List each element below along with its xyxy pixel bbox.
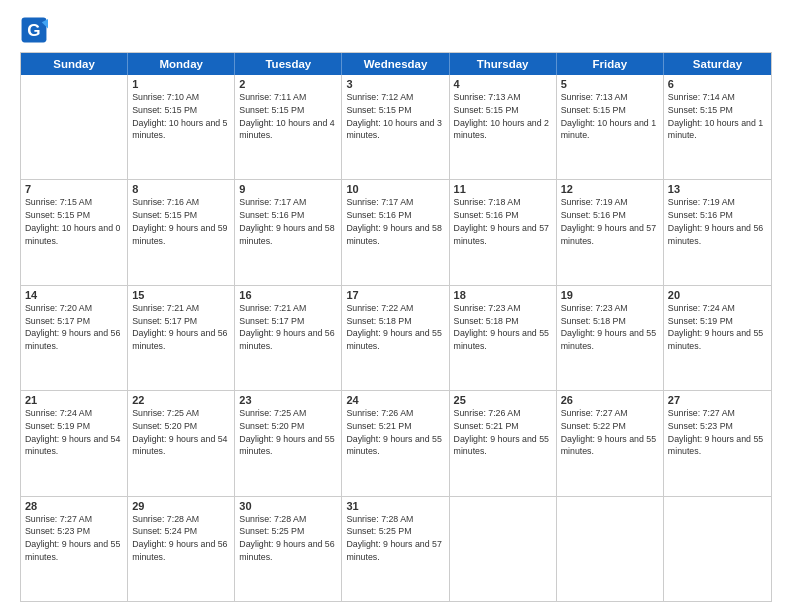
day-info: Sunrise: 7:14 AM Sunset: 5:15 PM Dayligh… [668,91,767,142]
day-number: 24 [346,394,444,406]
calendar-cell: 22Sunrise: 7:25 AM Sunset: 5:20 PM Dayli… [128,391,235,495]
calendar-cell: 28Sunrise: 7:27 AM Sunset: 5:23 PM Dayli… [21,497,128,601]
day-info: Sunrise: 7:25 AM Sunset: 5:20 PM Dayligh… [239,407,337,458]
header-cell-saturday: Saturday [664,53,771,75]
calendar-cell [21,75,128,179]
day-number: 22 [132,394,230,406]
calendar-cell: 15Sunrise: 7:21 AM Sunset: 5:17 PM Dayli… [128,286,235,390]
header-cell-tuesday: Tuesday [235,53,342,75]
day-number: 10 [346,183,444,195]
header-cell-wednesday: Wednesday [342,53,449,75]
day-info: Sunrise: 7:22 AM Sunset: 5:18 PM Dayligh… [346,302,444,353]
day-number: 1 [132,78,230,90]
day-number: 11 [454,183,552,195]
day-number: 28 [25,500,123,512]
header-cell-monday: Monday [128,53,235,75]
day-info: Sunrise: 7:19 AM Sunset: 5:16 PM Dayligh… [561,196,659,247]
calendar-cell: 18Sunrise: 7:23 AM Sunset: 5:18 PM Dayli… [450,286,557,390]
day-info: Sunrise: 7:24 AM Sunset: 5:19 PM Dayligh… [25,407,123,458]
day-number: 3 [346,78,444,90]
day-info: Sunrise: 7:25 AM Sunset: 5:20 PM Dayligh… [132,407,230,458]
page-header: G [20,16,772,44]
calendar-cell: 2Sunrise: 7:11 AM Sunset: 5:15 PM Daylig… [235,75,342,179]
calendar-cell: 23Sunrise: 7:25 AM Sunset: 5:20 PM Dayli… [235,391,342,495]
day-info: Sunrise: 7:28 AM Sunset: 5:25 PM Dayligh… [346,513,444,564]
calendar-row-3: 14Sunrise: 7:20 AM Sunset: 5:17 PM Dayli… [21,285,771,390]
day-info: Sunrise: 7:15 AM Sunset: 5:15 PM Dayligh… [25,196,123,247]
calendar-cell: 1Sunrise: 7:10 AM Sunset: 5:15 PM Daylig… [128,75,235,179]
day-info: Sunrise: 7:27 AM Sunset: 5:23 PM Dayligh… [668,407,767,458]
calendar-body: 1Sunrise: 7:10 AM Sunset: 5:15 PM Daylig… [21,75,771,601]
day-number: 6 [668,78,767,90]
calendar-cell: 9Sunrise: 7:17 AM Sunset: 5:16 PM Daylig… [235,180,342,284]
calendar-cell: 24Sunrise: 7:26 AM Sunset: 5:21 PM Dayli… [342,391,449,495]
day-info: Sunrise: 7:17 AM Sunset: 5:16 PM Dayligh… [346,196,444,247]
logo-icon: G [20,16,48,44]
day-number: 4 [454,78,552,90]
header-cell-friday: Friday [557,53,664,75]
day-info: Sunrise: 7:28 AM Sunset: 5:24 PM Dayligh… [132,513,230,564]
day-info: Sunrise: 7:16 AM Sunset: 5:15 PM Dayligh… [132,196,230,247]
day-info: Sunrise: 7:21 AM Sunset: 5:17 PM Dayligh… [132,302,230,353]
calendar-row-2: 7Sunrise: 7:15 AM Sunset: 5:15 PM Daylig… [21,179,771,284]
day-number: 29 [132,500,230,512]
calendar-row-1: 1Sunrise: 7:10 AM Sunset: 5:15 PM Daylig… [21,75,771,179]
day-number: 27 [668,394,767,406]
calendar-cell: 19Sunrise: 7:23 AM Sunset: 5:18 PM Dayli… [557,286,664,390]
day-number: 16 [239,289,337,301]
day-number: 13 [668,183,767,195]
day-info: Sunrise: 7:19 AM Sunset: 5:16 PM Dayligh… [668,196,767,247]
day-number: 30 [239,500,337,512]
calendar-cell: 29Sunrise: 7:28 AM Sunset: 5:24 PM Dayli… [128,497,235,601]
calendar-cell: 6Sunrise: 7:14 AM Sunset: 5:15 PM Daylig… [664,75,771,179]
day-info: Sunrise: 7:11 AM Sunset: 5:15 PM Dayligh… [239,91,337,142]
day-number: 9 [239,183,337,195]
day-number: 15 [132,289,230,301]
calendar-cell: 4Sunrise: 7:13 AM Sunset: 5:15 PM Daylig… [450,75,557,179]
header-cell-thursday: Thursday [450,53,557,75]
calendar-cell: 11Sunrise: 7:18 AM Sunset: 5:16 PM Dayli… [450,180,557,284]
day-number: 14 [25,289,123,301]
calendar-cell: 31Sunrise: 7:28 AM Sunset: 5:25 PM Dayli… [342,497,449,601]
calendar-cell: 20Sunrise: 7:24 AM Sunset: 5:19 PM Dayli… [664,286,771,390]
day-info: Sunrise: 7:23 AM Sunset: 5:18 PM Dayligh… [561,302,659,353]
calendar-cell: 26Sunrise: 7:27 AM Sunset: 5:22 PM Dayli… [557,391,664,495]
calendar-cell: 12Sunrise: 7:19 AM Sunset: 5:16 PM Dayli… [557,180,664,284]
day-info: Sunrise: 7:28 AM Sunset: 5:25 PM Dayligh… [239,513,337,564]
day-number: 2 [239,78,337,90]
day-number: 31 [346,500,444,512]
day-number: 12 [561,183,659,195]
day-number: 8 [132,183,230,195]
calendar-cell: 17Sunrise: 7:22 AM Sunset: 5:18 PM Dayli… [342,286,449,390]
day-info: Sunrise: 7:26 AM Sunset: 5:21 PM Dayligh… [454,407,552,458]
calendar-page: G SundayMondayTuesdayWednesdayThursdayFr… [0,0,792,612]
calendar-cell [557,497,664,601]
calendar-cell: 10Sunrise: 7:17 AM Sunset: 5:16 PM Dayli… [342,180,449,284]
day-number: 20 [668,289,767,301]
day-info: Sunrise: 7:27 AM Sunset: 5:22 PM Dayligh… [561,407,659,458]
day-number: 21 [25,394,123,406]
day-number: 23 [239,394,337,406]
day-number: 17 [346,289,444,301]
day-info: Sunrise: 7:20 AM Sunset: 5:17 PM Dayligh… [25,302,123,353]
calendar-cell: 16Sunrise: 7:21 AM Sunset: 5:17 PM Dayli… [235,286,342,390]
calendar-header: SundayMondayTuesdayWednesdayThursdayFrid… [21,53,771,75]
calendar-row-4: 21Sunrise: 7:24 AM Sunset: 5:19 PM Dayli… [21,390,771,495]
day-info: Sunrise: 7:13 AM Sunset: 5:15 PM Dayligh… [561,91,659,142]
calendar-cell: 7Sunrise: 7:15 AM Sunset: 5:15 PM Daylig… [21,180,128,284]
calendar-cell: 27Sunrise: 7:27 AM Sunset: 5:23 PM Dayli… [664,391,771,495]
day-info: Sunrise: 7:26 AM Sunset: 5:21 PM Dayligh… [346,407,444,458]
day-info: Sunrise: 7:24 AM Sunset: 5:19 PM Dayligh… [668,302,767,353]
day-info: Sunrise: 7:17 AM Sunset: 5:16 PM Dayligh… [239,196,337,247]
day-info: Sunrise: 7:21 AM Sunset: 5:17 PM Dayligh… [239,302,337,353]
day-number: 26 [561,394,659,406]
day-number: 25 [454,394,552,406]
day-number: 7 [25,183,123,195]
calendar-cell: 14Sunrise: 7:20 AM Sunset: 5:17 PM Dayli… [21,286,128,390]
day-info: Sunrise: 7:13 AM Sunset: 5:15 PM Dayligh… [454,91,552,142]
calendar-cell: 8Sunrise: 7:16 AM Sunset: 5:15 PM Daylig… [128,180,235,284]
calendar-cell: 13Sunrise: 7:19 AM Sunset: 5:16 PM Dayli… [664,180,771,284]
logo: G [20,16,52,44]
calendar-cell: 30Sunrise: 7:28 AM Sunset: 5:25 PM Dayli… [235,497,342,601]
calendar-cell: 25Sunrise: 7:26 AM Sunset: 5:21 PM Dayli… [450,391,557,495]
